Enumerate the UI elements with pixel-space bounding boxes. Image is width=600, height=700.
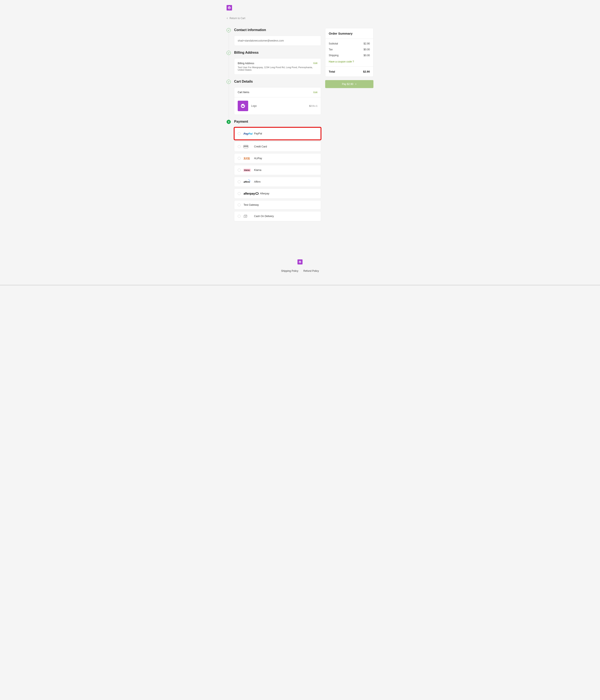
radio-cod[interactable] bbox=[238, 215, 241, 218]
step-connector bbox=[229, 32, 229, 51]
radio-affirm[interactable] bbox=[238, 180, 241, 183]
summary-subtotal-row: Subtotal $2.90 bbox=[329, 42, 370, 45]
tax-value: $0.00 bbox=[364, 48, 370, 51]
step-indicator-complete bbox=[226, 28, 231, 32]
subtotal-label: Subtotal bbox=[329, 42, 338, 45]
footer-logo bbox=[297, 259, 303, 265]
step-contact: Contact information shad+standalonecusto… bbox=[226, 28, 321, 46]
step-payment: 4 Payment PayPal PayPal bbox=[226, 120, 321, 223]
edit-cart-link[interactable]: Edit bbox=[313, 91, 317, 94]
pay-button-label: Pay $2.90 bbox=[342, 83, 353, 85]
step-indicator-complete bbox=[226, 80, 231, 84]
step-connector bbox=[229, 55, 229, 80]
paypal-label: PayPal bbox=[254, 132, 262, 135]
afterpay-label: Afterpay bbox=[260, 192, 269, 195]
footer: Shipping Policy Refund Policy bbox=[226, 253, 374, 283]
payment-option-afterpay[interactable]: afterpay Afterpay bbox=[234, 189, 321, 199]
svg-point-7 bbox=[245, 216, 246, 217]
pay-button[interactable]: Pay $2.90 bbox=[325, 80, 374, 88]
smiley-logo-icon bbox=[298, 260, 302, 264]
return-label: Return to Cart bbox=[230, 17, 245, 20]
total-label: Total bbox=[329, 70, 335, 73]
contact-email: shad+standalonecustomer@wedevs.com bbox=[238, 39, 284, 42]
coupon-link[interactable]: Have a coupon code ? bbox=[326, 60, 373, 67]
order-summary-card: Order Summary Subtotal $2.90 Tax $0.00 S… bbox=[325, 28, 374, 77]
payment-option-cod[interactable]: Cash On Delivery bbox=[234, 211, 321, 221]
tax-label: Tax bbox=[329, 48, 333, 51]
cart-items-label: Cart Items bbox=[238, 91, 249, 94]
radio-klarna[interactable] bbox=[238, 169, 241, 172]
step-cart: Cart Details Cart Items Edit Logo bbox=[226, 80, 321, 115]
billing-title: Billing Address bbox=[234, 51, 321, 54]
radio-paypal[interactable] bbox=[238, 132, 241, 135]
radio-afterpay[interactable] bbox=[238, 192, 241, 195]
chevron-right-icon bbox=[355, 83, 357, 85]
payment-option-credit-card[interactable]: Credit Card bbox=[234, 142, 321, 152]
alipay-label: ALiPay bbox=[254, 157, 262, 160]
svg-rect-6 bbox=[244, 216, 247, 218]
step-connector bbox=[229, 84, 229, 120]
refund-policy-link[interactable]: Refund Policy bbox=[303, 270, 319, 272]
chevron-left-icon bbox=[226, 18, 228, 19]
credit-card-label: Credit Card bbox=[254, 145, 267, 148]
cart-card: Cart Items Edit Logo $2.9 x 1 bbox=[234, 87, 321, 115]
affirm-icon: affirm bbox=[244, 180, 251, 184]
paypal-icon: PayPal bbox=[244, 132, 251, 135]
alipay-icon: 支付宝 bbox=[244, 156, 251, 160]
shipping-policy-link[interactable]: Shipping Policy bbox=[281, 270, 298, 272]
billing-details: Test User For Mangopay, 1234 Long Pond R… bbox=[238, 66, 313, 71]
subtotal-value: $2.90 bbox=[364, 42, 370, 45]
step-number: 4 bbox=[228, 121, 229, 123]
smiley-logo-icon bbox=[227, 6, 231, 9]
payment-option-affirm[interactable]: affirm Affirm bbox=[234, 177, 321, 187]
cash-icon bbox=[244, 214, 251, 218]
payment-option-klarna[interactable]: Klarna. Klarna bbox=[234, 165, 321, 175]
contact-email-card: shad+standalonecustomer@wedevs.com bbox=[234, 36, 321, 46]
contact-title: Contact information bbox=[234, 28, 321, 32]
step-indicator-active: 4 bbox=[226, 120, 231, 124]
radio-alipay[interactable] bbox=[238, 157, 241, 160]
svg-point-9 bbox=[301, 261, 301, 262]
radio-credit-card[interactable] bbox=[238, 145, 241, 148]
billing-card: Billing Address Test User For Mangopay, … bbox=[234, 58, 321, 75]
summary-shipping-row: Shipping $0.00 bbox=[329, 54, 370, 57]
payment-option-alipay[interactable]: 支付宝 ALiPay bbox=[234, 153, 321, 164]
klarna-label: Klarna bbox=[254, 169, 261, 172]
return-to-cart-link[interactable]: Return to Cart bbox=[226, 17, 374, 20]
total-value: $2.90 bbox=[363, 70, 370, 73]
cart-item-row: Logo $2.9 x 1 bbox=[234, 97, 321, 115]
test-gateway-label: Test Gateway bbox=[244, 203, 259, 206]
summary-tax-row: Tax $0.00 bbox=[329, 48, 370, 51]
cart-item-price: $2.9 x 1 bbox=[309, 105, 317, 107]
summary-title: Order Summary bbox=[326, 28, 373, 39]
summary-total-row: Total $2.90 bbox=[326, 67, 373, 77]
klarna-icon: Klarna. bbox=[244, 168, 251, 172]
radio-test-gateway[interactable] bbox=[238, 203, 241, 206]
svg-point-5 bbox=[244, 105, 244, 105]
credit-card-icon bbox=[244, 145, 251, 148]
cod-label: Cash On Delivery bbox=[254, 215, 274, 218]
shipping-value: $0.00 bbox=[364, 54, 370, 57]
product-logo-icon bbox=[240, 103, 246, 109]
step-billing: Billing Address Billing Address Test Use… bbox=[226, 51, 321, 75]
brand-logo bbox=[226, 5, 232, 10]
cart-item-name: Logo bbox=[251, 104, 306, 107]
cart-title: Cart Details bbox=[234, 80, 321, 83]
step-indicator-complete bbox=[226, 51, 231, 55]
billing-label: Billing Address bbox=[238, 62, 313, 65]
payment-title: Payment bbox=[234, 120, 321, 124]
svg-point-3 bbox=[230, 7, 230, 7]
payment-option-paypal[interactable]: PayPal PayPal bbox=[234, 127, 321, 140]
check-icon bbox=[227, 81, 230, 83]
cart-item-image bbox=[238, 101, 248, 111]
affirm-label: Affirm bbox=[254, 180, 261, 183]
check-icon bbox=[227, 52, 230, 54]
afterpay-icon: afterpay bbox=[244, 192, 257, 196]
edit-billing-link[interactable]: Edit bbox=[313, 62, 317, 65]
payment-option-test-gateway[interactable]: Test Gateway bbox=[234, 200, 321, 209]
shipping-label: Shipping bbox=[329, 54, 339, 57]
check-icon bbox=[227, 29, 230, 31]
